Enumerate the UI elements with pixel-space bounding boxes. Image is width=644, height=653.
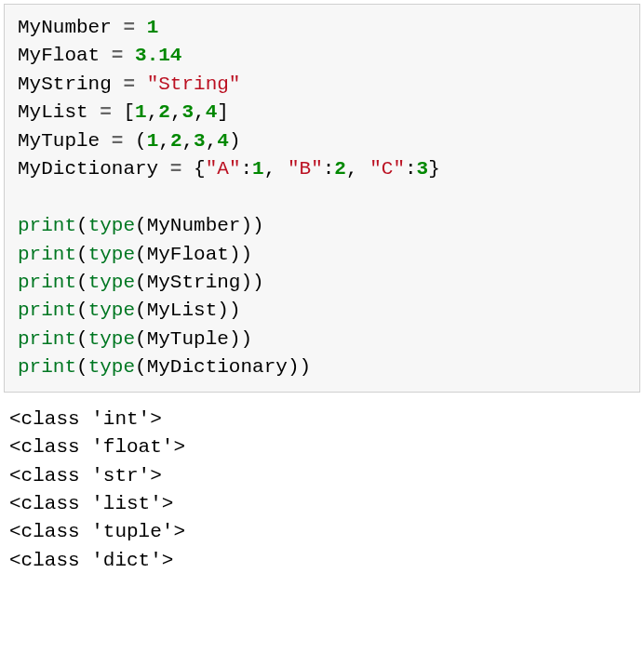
- variable-name: MyList: [18, 101, 88, 123]
- variable-name: MyNumber: [18, 17, 112, 38]
- paren-open: (: [135, 272, 147, 293]
- equals-operator: =: [123, 17, 135, 38]
- string-literal: "String": [147, 73, 241, 95]
- code-block: MyNumber = 1 MyFloat = 3.14 MyString = "…: [4, 4, 640, 393]
- paren-open: (: [76, 215, 88, 236]
- output-line: <class 'dict'>: [9, 550, 173, 571]
- paren-close: ): [240, 244, 252, 265]
- colon: :: [323, 158, 335, 180]
- paren-open: (: [76, 272, 88, 293]
- code-line-print-5: print(type(MyTuple)): [18, 328, 252, 350]
- bracket-open: [: [123, 101, 135, 123]
- number-literal: 3: [194, 130, 206, 152]
- argument: MyDictionary: [147, 356, 288, 378]
- equals-operator: =: [112, 45, 124, 66]
- variable-name: MyString: [18, 73, 112, 95]
- argument: MyList: [147, 300, 218, 321]
- type-builtin: type: [88, 300, 135, 321]
- output-line: <class 'list'>: [9, 493, 173, 514]
- print-builtin: print: [18, 272, 76, 293]
- number-literal: 3.14: [135, 45, 181, 66]
- number-literal: 3: [417, 158, 429, 180]
- variable-name: MyDictionary: [18, 158, 158, 180]
- output-line: <class 'tuple'>: [9, 521, 185, 542]
- number-literal: 1: [147, 17, 159, 38]
- type-builtin: type: [88, 272, 135, 293]
- number-literal: 1: [135, 101, 147, 123]
- code-line-print-3: print(type(MyString)): [18, 272, 264, 293]
- paren-close: ): [229, 328, 241, 350]
- type-builtin: type: [88, 328, 135, 350]
- equals-operator: =: [112, 130, 124, 152]
- paren-close: ): [252, 272, 264, 293]
- argument: MyString: [147, 272, 241, 293]
- comma: ,: [206, 130, 218, 152]
- variable-name: MyTuple: [18, 130, 100, 152]
- equals-operator: =: [170, 158, 182, 180]
- print-builtin: print: [18, 300, 76, 321]
- number-literal: 2: [334, 158, 346, 180]
- output-block: <class 'int'> <class 'float'> <class 'st…: [0, 396, 644, 585]
- colon: :: [240, 158, 252, 180]
- type-builtin: type: [88, 215, 135, 236]
- brace-open: {: [194, 158, 206, 180]
- string-key: "A": [206, 158, 241, 180]
- paren-open: (: [135, 300, 147, 321]
- number-literal: 1: [252, 158, 264, 180]
- code-line-print-4: print(type(MyList)): [18, 300, 241, 321]
- string-key: "B": [288, 158, 323, 180]
- output-line: <class 'float'>: [9, 436, 185, 458]
- number-literal: 4: [206, 101, 218, 123]
- equals-operator: =: [100, 101, 112, 123]
- paren-close: ): [229, 300, 241, 321]
- print-builtin: print: [18, 215, 76, 236]
- paren-open: (: [76, 356, 88, 378]
- colon: :: [405, 158, 417, 180]
- paren-open: (: [135, 215, 147, 236]
- comma: ,: [264, 158, 276, 180]
- number-literal: 2: [170, 130, 182, 152]
- paren-open: (: [76, 300, 88, 321]
- argument: MyTuple: [147, 328, 229, 350]
- code-line-3: MyString = "String": [18, 73, 240, 95]
- argument: MyNumber: [147, 215, 241, 236]
- equals-operator: =: [123, 73, 135, 95]
- comma: ,: [346, 158, 358, 180]
- paren-close: ): [240, 272, 252, 293]
- bracket-close: ]: [217, 101, 229, 123]
- comma: ,: [158, 130, 170, 152]
- paren-close: ): [240, 215, 252, 236]
- comma: ,: [181, 130, 194, 152]
- comma: ,: [194, 101, 206, 123]
- type-builtin: type: [88, 244, 135, 265]
- number-literal: 1: [147, 130, 159, 152]
- code-line-2: MyFloat = 3.14: [18, 45, 181, 66]
- paren-close: ): [240, 328, 252, 350]
- code-line-1: MyNumber = 1: [18, 17, 158, 38]
- code-line-print-6: print(type(MyDictionary)): [18, 356, 311, 378]
- paren-open: (: [135, 356, 147, 378]
- variable-name: MyFloat: [18, 45, 100, 66]
- output-line: <class 'int'>: [9, 408, 162, 430]
- comma: ,: [170, 101, 182, 123]
- code-line-6: MyDictionary = {"A":1, "B":2, "C":3}: [18, 158, 440, 180]
- code-line-print-2: print(type(MyFloat)): [18, 244, 252, 265]
- code-line-5: MyTuple = (1,2,3,4): [18, 130, 241, 152]
- print-builtin: print: [18, 356, 76, 378]
- print-builtin: print: [18, 328, 76, 350]
- paren-close: ): [229, 244, 241, 265]
- code-line-4: MyList = [1,2,3,4]: [18, 101, 229, 123]
- code-line-print-1: print(type(MyNumber)): [18, 215, 264, 236]
- argument: MyFloat: [147, 244, 229, 265]
- number-literal: 3: [182, 101, 195, 123]
- number-literal: 2: [158, 101, 170, 123]
- print-builtin: print: [18, 244, 76, 265]
- paren-close: ): [217, 300, 229, 321]
- comma: ,: [147, 101, 159, 123]
- paren-open: (: [76, 244, 88, 265]
- paren-close: ): [229, 130, 241, 152]
- type-builtin: type: [88, 356, 135, 378]
- paren-open: (: [135, 328, 147, 350]
- paren-open: (: [135, 244, 147, 265]
- number-literal: 4: [217, 130, 229, 152]
